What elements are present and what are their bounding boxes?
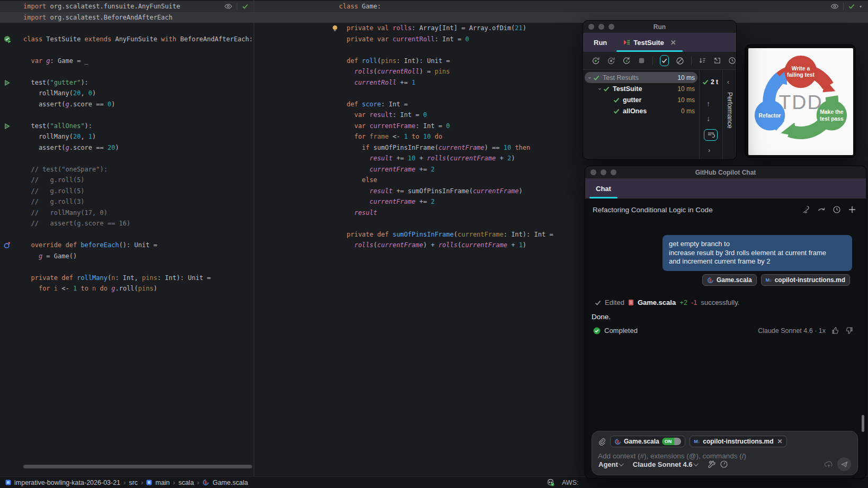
- cloud-upload-icon[interactable]: [824, 460, 834, 468]
- code-line: rollMany(20, 0): [0, 88, 254, 99]
- attached-file-chip-instructions[interactable]: M↓ copilot-instructions.md ✕: [690, 436, 786, 447]
- chat-scrollbar[interactable]: [862, 415, 864, 432]
- chat-window-titlebar[interactable]: GitHub Copilot Chat: [585, 166, 866, 178]
- sort-tests-icon[interactable]: [699, 56, 706, 66]
- context-chip-game-scala[interactable]: Game.scala: [702, 274, 757, 286]
- copilot-chat-window: GitHub Copilot Chat Chat Refactoring Con…: [585, 166, 866, 479]
- breadcrumb-item[interactable]: imperative-bowling-kata-2026-03-21: [14, 479, 120, 486]
- zoom-window-button[interactable]: [609, 24, 614, 30]
- test-duration-label: 10 ms: [677, 74, 695, 82]
- stop-icon[interactable]: [638, 56, 646, 66]
- bulb-icon[interactable]: [332, 24, 339, 32]
- tools-icon[interactable]: [708, 460, 716, 468]
- rerun-failed-tests-icon[interactable]: [622, 56, 631, 66]
- horizontal-scrollbar[interactable]: [23, 465, 252, 468]
- chevron-right-icon[interactable]: ›: [708, 146, 710, 154]
- test-tree-item-gutter[interactable]: ›gutter10 ms: [583, 94, 699, 105]
- chevron-down-icon[interactable]: ▾: [860, 4, 862, 9]
- tab-chat[interactable]: Chat: [596, 178, 611, 198]
- ide-screen: import org.scalatest.funsuite.AnyFunSuit…: [0, 0, 868, 488]
- breadcrumb-item[interactable]: src: [129, 479, 138, 486]
- reader-mode-eye-icon[interactable]: [830, 2, 839, 11]
- chevron-expanded-icon[interactable]: ›: [587, 74, 593, 81]
- scala-file-icon: [614, 438, 621, 445]
- run-window-titlebar[interactable]: Run: [583, 21, 736, 33]
- previous-test-icon[interactable]: ↑: [706, 100, 710, 108]
- context-chip-copilot-instructions[interactable]: M↓ copilot-instructions.md: [761, 274, 850, 286]
- import-test-results-icon[interactable]: [713, 56, 721, 66]
- code-line: assert(g.score == 0): [0, 99, 254, 110]
- run-body: ›Test Results10 ms›TestSuite10 ms›gutter…: [583, 70, 736, 160]
- override-icon[interactable]: [4, 241, 12, 249]
- breadcrumb-item[interactable]: Game.scala: [212, 479, 248, 486]
- remove-chip-icon[interactable]: ✕: [777, 438, 783, 445]
- run-toolbar: [583, 52, 736, 70]
- scala-file-icon: [707, 277, 714, 284]
- close-window-button[interactable]: [588, 24, 594, 30]
- test-tree-item-allones[interactable]: ›allOnes0 ms: [583, 105, 699, 116]
- zoom-window-button[interactable]: [611, 169, 616, 175]
- history-clock-icon[interactable]: [728, 56, 736, 66]
- user-message-bubble: get empty branch to increase result by 3…: [663, 235, 852, 271]
- test-tree-item-testsuite[interactable]: ›TestSuite10 ms: [583, 83, 699, 94]
- usage-gauge-icon[interactable]: [720, 460, 728, 468]
- minimize-window-button[interactable]: [601, 169, 606, 175]
- clean-broom-icon[interactable]: [802, 205, 810, 214]
- minimize-window-button[interactable]: [598, 24, 604, 30]
- aws-status-label[interactable]: AWS:: [562, 479, 578, 486]
- show-passed-filter-icon[interactable]: [660, 55, 669, 66]
- editor-pane-testsuite[interactable]: import org.scalatest.funsuite.AnyFunSuit…: [0, 0, 254, 476]
- chip-label: copilot-instructions.md: [775, 276, 845, 284]
- paperclip-icon[interactable]: [598, 438, 606, 446]
- show-ignored-filter-icon[interactable]: [676, 56, 684, 66]
- thumbs-down-icon[interactable]: [845, 327, 853, 335]
- attached-file-chip-game-scala[interactable]: Game.scala ON: [610, 436, 685, 447]
- code-line: private var currentRoll: Int = 0: [254, 34, 868, 45]
- edited-file-name[interactable]: Game.scala: [638, 299, 676, 306]
- tests-passed-summary: 2 t: [702, 78, 723, 86]
- performance-tab-label[interactable]: Performance: [726, 92, 733, 129]
- copilot-status-icon[interactable]: [547, 478, 554, 486]
- tdd-label-line: failing test: [787, 72, 815, 78]
- rerun-tests-icon[interactable]: [592, 56, 600, 66]
- close-window-button[interactable]: [590, 169, 596, 175]
- chat-tabstrip: Chat: [585, 178, 866, 198]
- redo-curved-arrow-icon[interactable]: [817, 205, 826, 214]
- divider: [691, 57, 692, 65]
- thumbs-up-icon[interactable]: [831, 327, 839, 335]
- context-on-toggle[interactable]: ON: [662, 438, 682, 445]
- mode-label: Agent: [598, 460, 618, 468]
- run-all-icon[interactable]: [4, 35, 12, 43]
- inspections-ok-icon[interactable]: [241, 3, 249, 10]
- tab-testsuite[interactable]: TestSuite ✕: [623, 33, 676, 52]
- run-icon[interactable]: [4, 122, 12, 130]
- run-icon[interactable]: [4, 79, 12, 87]
- sort-filter-active-icon[interactable]: [704, 129, 718, 141]
- chat-thread-title: Refactoring Conditional Logic in Code: [593, 206, 713, 214]
- code-line: assert(g.score == 20): [0, 142, 254, 153]
- code-line: var g: Game = _: [0, 56, 254, 67]
- send-message-button[interactable]: [837, 457, 851, 471]
- chevron-left-icon[interactable]: ‹: [727, 78, 729, 86]
- chevron-expanded-icon[interactable]: ›: [597, 85, 603, 92]
- breadcrumb-item[interactable]: scala: [178, 479, 194, 486]
- new-chat-plus-icon[interactable]: [848, 205, 856, 214]
- inspections-ok-icon[interactable]: [848, 3, 855, 10]
- scalatest-run-icon: [623, 39, 630, 46]
- next-test-icon[interactable]: ↓: [706, 114, 710, 123]
- breadcrumb-item[interactable]: main: [155, 479, 169, 486]
- lines-added-count: +2: [679, 299, 687, 306]
- close-tab-icon[interactable]: ✕: [670, 39, 676, 47]
- rerun-icon[interactable]: [607, 56, 615, 66]
- test-name-label: gutter: [623, 96, 641, 104]
- run-panel-label[interactable]: Run: [594, 39, 607, 47]
- mode-selector[interactable]: Agent: [598, 460, 629, 468]
- completed-check-icon: [593, 327, 601, 335]
- chat-input-panel[interactable]: Game.scala ON M↓ copilot-instructions.md…: [592, 431, 858, 475]
- breadcrumb-separator-icon: ›: [173, 478, 175, 486]
- reader-mode-eye-icon[interactable]: [224, 2, 232, 11]
- history-clock-icon[interactable]: [833, 205, 841, 214]
- editor-split-divider[interactable]: [254, 0, 254, 476]
- test-tree-item-test-results[interactable]: ›Test Results10 ms: [583, 72, 699, 83]
- model-selector[interactable]: Claude Sonnet 4.6: [633, 460, 704, 468]
